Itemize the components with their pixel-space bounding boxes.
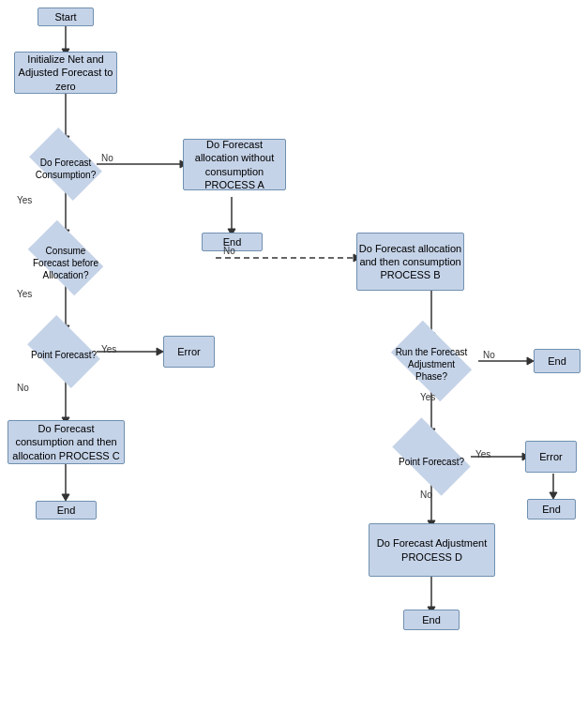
svg-marker-23 (527, 357, 534, 365)
svg-marker-13 (157, 348, 163, 355)
no-point2-label: No (420, 490, 432, 500)
svg-marker-29 (550, 492, 557, 499)
d-run-label: Run the Forecast Adjustment Phase? (392, 339, 471, 389)
error2-node: Error (525, 441, 577, 473)
d-consumption-container: Do Forecast Consumption? (30, 139, 101, 189)
d-before-container: Consume Forecast before Allocation? (28, 233, 103, 283)
yes-point2-label: Yes (475, 449, 490, 459)
end5-node: End (403, 610, 460, 630)
init-node: Initialize Net and Adjusted Forecast to … (14, 52, 117, 94)
no-before-label: No (223, 246, 235, 256)
proc-b-node: Do Forecast allocation and then consumpt… (356, 233, 464, 291)
proc-d-node: Do Forecast Adjustment PROCESS D (369, 523, 495, 577)
flowchart-diagram: Start Initialize Net and Adjusted Foreca… (0, 0, 588, 723)
yes-before-label: Yes (17, 289, 32, 299)
end4-node: End (527, 499, 576, 520)
error1-node: Error (163, 336, 215, 368)
d-point1-container: Point Forecast? (28, 328, 99, 375)
yes-point1-label: Yes (101, 344, 116, 354)
start-node: Start (38, 8, 94, 26)
proc-a-node: Do Forecast allocation without consumpti… (183, 139, 286, 190)
no-run-label: No (483, 350, 495, 360)
no-consumption-label: No (101, 153, 113, 163)
end1-node: End (36, 501, 97, 520)
yes-consumption-label: Yes (17, 195, 32, 205)
d-point1-label: Point Forecast? (28, 331, 99, 378)
d-point2-label: Point Forecast? (392, 436, 471, 487)
d-point2-container: Point Forecast? (392, 431, 471, 482)
d-before-label: Consume Forecast before Allocation? (28, 237, 103, 288)
no-point1-label: No (17, 383, 29, 393)
d-consumption-label: Do Forecast Consumption? (30, 143, 101, 194)
end3-node: End (534, 349, 580, 373)
proc-c-node: Do Forecast consumption and then allocat… (8, 420, 125, 464)
yes-run-label: Yes (420, 392, 435, 402)
d-run-container: Run the Forecast Adjustment Phase? (392, 336, 471, 386)
svg-marker-17 (62, 494, 69, 501)
